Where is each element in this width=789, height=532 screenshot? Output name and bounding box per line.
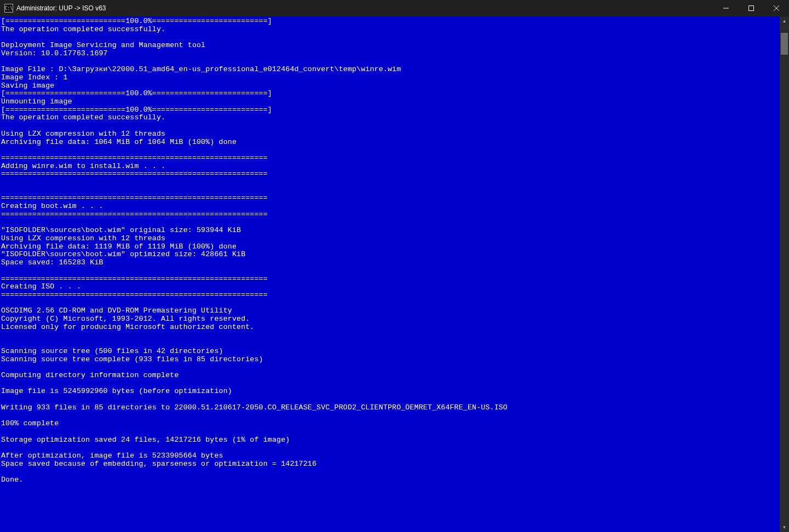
scroll-down-icon[interactable]: ▼: [780, 523, 789, 532]
maximize-button[interactable]: [739, 0, 764, 16]
window-controls: [713, 0, 789, 16]
minimize-icon: [723, 5, 729, 11]
svg-rect-1: [749, 6, 754, 11]
maximize-icon: [748, 5, 754, 11]
terminal-output[interactable]: [===========================100.0%======…: [0, 16, 780, 532]
close-icon: [774, 5, 779, 11]
minimize-button[interactable]: [713, 0, 739, 16]
cmd-icon: C:\: [4, 4, 13, 13]
titlebar[interactable]: C:\ Administrator: UUP -> ISO v63: [0, 0, 789, 16]
window-title: Administrator: UUP -> ISO v63: [16, 4, 713, 12]
content-wrapper: [===========================100.0%======…: [0, 16, 789, 532]
scroll-up-icon[interactable]: ▲: [780, 16, 789, 26]
scroll-thumb[interactable]: [781, 33, 788, 55]
close-button[interactable]: [764, 0, 789, 16]
scrollbar[interactable]: ▲ ▼: [780, 16, 789, 532]
